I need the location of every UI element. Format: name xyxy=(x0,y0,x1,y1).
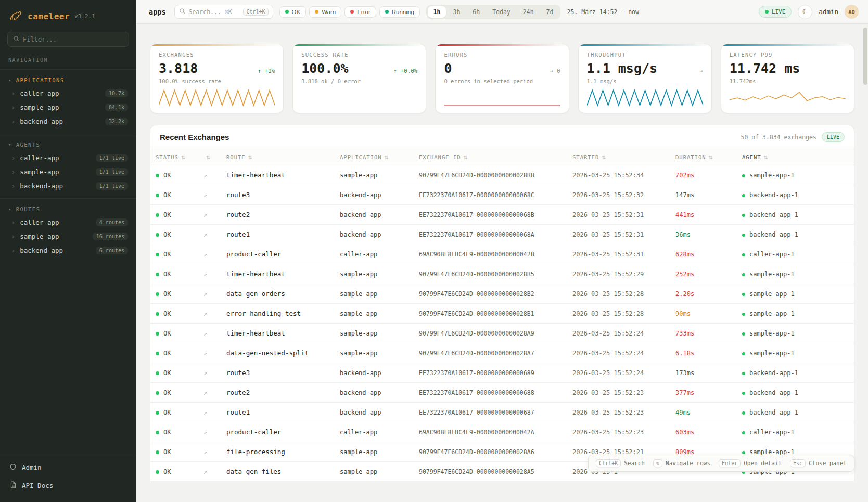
table-row[interactable]: OK ↗ error-handling-test sample-app 9079… xyxy=(150,304,854,324)
table-row[interactable]: OK ↗ route3 backend-app EE7322370A10617-… xyxy=(150,363,854,383)
open-exchange-icon[interactable]: ↗ xyxy=(203,409,207,416)
avatar[interactable]: AD xyxy=(845,5,859,19)
section-header-applications[interactable]: ▾ APPLICATIONS xyxy=(0,74,136,86)
filter-chip[interactable]: Running xyxy=(379,6,420,18)
col-agent[interactable]: AGENT⇅ xyxy=(737,149,854,165)
sidebar-item-agent[interactable]: › backend-app 1/1 live xyxy=(0,179,136,193)
sidebar-item-route[interactable]: › sample-app 16 routes xyxy=(0,229,136,243)
sidebar-filter[interactable] xyxy=(7,32,129,47)
stat-value: 1.1 msg/s xyxy=(587,61,657,76)
sidebar-item-admin[interactable]: Admin xyxy=(0,458,136,477)
live-badge: 1/1 live xyxy=(96,182,128,190)
status-ok-dot xyxy=(156,391,159,395)
sidebar-item-route[interactable]: › backend-app 6 routes xyxy=(0,243,136,258)
table-row[interactable]: OK ↗ route1 backend-app EE7322370A10617-… xyxy=(150,403,854,422)
table-row[interactable]: OK ↗ timer-heartbeat sample-app 90799F47… xyxy=(150,324,854,343)
table-row[interactable]: OK ↗ route2 backend-app EE7322370A10617-… xyxy=(150,205,854,225)
chevron-right-icon: › xyxy=(11,169,15,176)
agent-dot xyxy=(742,411,745,415)
open-exchange-icon[interactable]: ↗ xyxy=(203,191,207,199)
sidebar-item-application[interactable]: › backend-app 32.2k xyxy=(0,114,136,128)
time-range-button[interactable]: 3h xyxy=(447,6,466,18)
open-exchange-icon[interactable]: ↗ xyxy=(203,448,207,456)
time-range-button[interactable]: 7d xyxy=(541,6,559,18)
count-badge: 32.2k xyxy=(105,118,128,125)
sidebar-filter-input[interactable] xyxy=(23,36,123,43)
sidebar-item-agent[interactable]: › caller-app 1/1 live xyxy=(0,151,136,165)
sidebar-item-application[interactable]: › sample-app 84.1k xyxy=(0,100,136,114)
sidebar-item-label: backend-app xyxy=(20,247,91,254)
chevron-right-icon: › xyxy=(11,155,15,162)
sidebar-item-agent[interactable]: › sample-app 1/1 live xyxy=(0,165,136,179)
open-exchange-icon[interactable]: ↗ xyxy=(203,468,207,475)
open-exchange-icon[interactable]: ↗ xyxy=(203,369,207,377)
table-row[interactable]: OK ↗ product-caller caller-app 69AC90BF8… xyxy=(150,422,854,442)
stat-title: LATENCY P99 xyxy=(730,52,846,58)
open-exchange-icon[interactable]: ↗ xyxy=(203,310,207,317)
col-expand[interactable]: ⇅ xyxy=(198,149,221,165)
table-row[interactable]: OK ↗ route2 backend-app EE7322370A10617-… xyxy=(150,383,854,403)
open-exchange-icon[interactable]: ↗ xyxy=(203,231,207,238)
exchange-id-cell: EE7322370A10617-000000000000068A xyxy=(414,225,567,244)
open-exchange-icon[interactable]: ↗ xyxy=(203,271,207,278)
sidebar-item-application[interactable]: › caller-app 10.7k xyxy=(0,86,136,100)
moon-icon: ☾ xyxy=(802,8,809,16)
routes-badge: 4 routes xyxy=(96,218,128,226)
application-cell: sample-app xyxy=(335,284,414,304)
sparkline-chart xyxy=(730,88,846,108)
status-ok-dot xyxy=(156,213,159,217)
filter-chip[interactable]: OK xyxy=(279,6,307,18)
section-header-agents[interactable]: ▾ AGENTS xyxy=(0,138,136,151)
col-exchange-id[interactable]: EXCHANGE ID⇅ xyxy=(414,149,567,165)
started-cell: 2026-03-25 15:52:31 xyxy=(567,225,670,244)
table-row[interactable]: OK ↗ data-gen-nested-split sample-app 90… xyxy=(150,343,854,363)
open-exchange-icon[interactable]: ↗ xyxy=(203,350,207,357)
table-row[interactable]: OK ↗ product-caller caller-app 69AC90BF8… xyxy=(150,244,854,264)
col-application[interactable]: APPLICATION⇅ xyxy=(335,149,414,165)
search-input[interactable] xyxy=(189,8,240,16)
search-box[interactable]: Ctrl+K xyxy=(174,5,273,19)
table-row[interactable]: OK ↗ timer-heartbeat sample-app 90799F47… xyxy=(150,264,854,284)
open-exchange-icon[interactable]: ↗ xyxy=(203,389,207,396)
table-row[interactable]: OK ↗ route3 backend-app EE7322370A10617-… xyxy=(150,185,854,205)
col-started[interactable]: STARTED⇅ xyxy=(567,149,670,165)
open-exchange-icon[interactable]: ↗ xyxy=(203,211,207,218)
table-row[interactable]: OK ↗ timer-heartbeat sample-app 90799F47… xyxy=(150,165,854,185)
open-exchange-icon[interactable]: ↗ xyxy=(203,251,207,258)
table-header-row: STATUS⇅ ⇅ ROUTE⇅ APPLICATION⇅ EXCHANGE I… xyxy=(150,149,854,165)
section-header-routes[interactable]: ▾ ROUTES xyxy=(0,203,136,215)
sidebar-item-api-docs[interactable]: API Docs xyxy=(0,477,136,495)
col-route[interactable]: ROUTE⇅ xyxy=(221,149,335,165)
application-cell: sample-app xyxy=(335,264,414,284)
filter-chip[interactable]: Warn xyxy=(309,6,341,18)
route-cell: route2 xyxy=(221,383,335,403)
sort-icon: ⇅ xyxy=(602,155,606,160)
status-ok-dot xyxy=(156,431,159,434)
status-label: OK xyxy=(163,409,171,416)
application-cell: sample-app xyxy=(335,324,414,343)
time-range-button[interactable]: 6h xyxy=(467,6,486,18)
scrollbar-track[interactable] xyxy=(863,24,867,502)
open-exchange-icon[interactable]: ↗ xyxy=(203,330,207,337)
chevron-right-icon: › xyxy=(11,233,15,240)
time-range-button[interactable]: 24h xyxy=(517,6,540,18)
live-indicator[interactable]: LIVE xyxy=(759,6,792,18)
dark-mode-toggle[interactable]: ☾ xyxy=(798,5,812,19)
filter-chip[interactable]: Error xyxy=(344,6,376,18)
time-range-button[interactable]: Today xyxy=(487,6,516,18)
application-cell: caller-app xyxy=(335,422,414,442)
scrollbar-thumb[interactable] xyxy=(863,28,867,85)
col-status[interactable]: STATUS⇅ xyxy=(150,149,198,165)
open-exchange-icon[interactable]: ↗ xyxy=(203,429,207,436)
app-root: cameleer v3.2.1 NAVIGATION ▾ APPLICATION… xyxy=(0,0,868,502)
status-ok-dot xyxy=(156,233,159,237)
recent-exchanges-panel: Recent Exchanges 50 of 3.834 exchanges L… xyxy=(150,125,854,482)
open-exchange-icon[interactable]: ↗ xyxy=(203,172,207,179)
time-range-button[interactable]: 1h xyxy=(428,6,446,18)
route-cell: data-gen-nested-split xyxy=(221,343,335,363)
table-row[interactable]: OK ↗ data-gen-orders sample-app 90799F47… xyxy=(150,284,854,304)
col-duration[interactable]: DURATION⇅ xyxy=(670,149,737,165)
table-row[interactable]: OK ↗ route1 backend-app EE7322370A10617-… xyxy=(150,225,854,244)
open-exchange-icon[interactable]: ↗ xyxy=(203,290,207,298)
sidebar-item-route[interactable]: › caller-app 4 routes xyxy=(0,215,136,229)
